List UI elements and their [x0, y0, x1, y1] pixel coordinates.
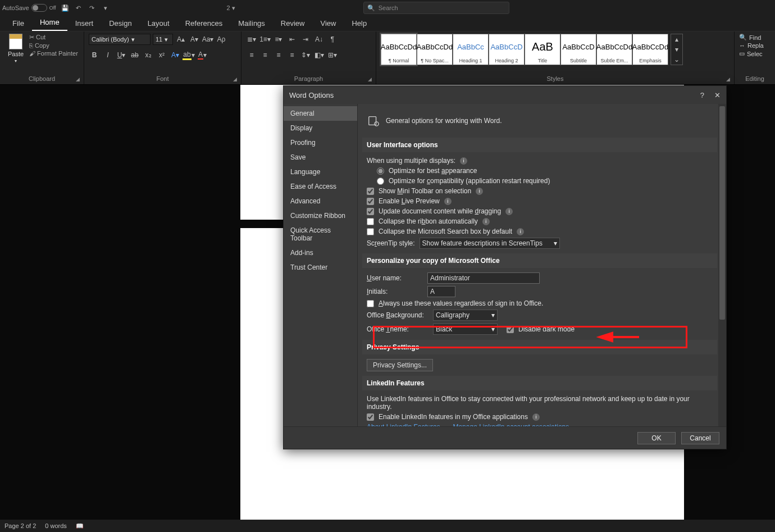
bullets-icon[interactable]: ≣▾	[246, 34, 257, 45]
office-background-dropdown[interactable]: Calligraphy▾	[433, 310, 498, 321]
collapse-search-checkbox[interactable]: Collapse the Microsoft Search box by def…	[367, 228, 713, 235]
underline-icon[interactable]: U▾	[116, 49, 127, 61]
username-input[interactable]	[427, 272, 540, 284]
help-icon[interactable]: ?	[700, 91, 704, 99]
replace-button[interactable]: ↔ Repla	[739, 42, 764, 49]
nav-advanced[interactable]: Advanced	[284, 194, 357, 208]
numbering-icon[interactable]: 1≡▾	[259, 34, 271, 45]
copy-button[interactable]: ⎘ Copy	[29, 42, 78, 49]
optimize-compat-radio[interactable]: Optimize for compatibility (application …	[377, 177, 713, 185]
subscript-icon[interactable]: x₂	[143, 49, 154, 61]
bold-icon[interactable]: B	[89, 49, 100, 61]
info-icon[interactable]: i	[517, 228, 524, 235]
cut-button[interactable]: ✂ Cut	[29, 34, 78, 41]
style-card[interactable]: AaBbCcDd¶ No Spac...	[417, 34, 453, 65]
info-icon[interactable]: i	[505, 208, 513, 215]
info-icon[interactable]: i	[476, 188, 483, 195]
shrink-font-icon[interactable]: A▾	[189, 34, 200, 45]
superscript-icon[interactable]: x²	[156, 49, 167, 61]
styles-launcher-icon[interactable]: ◢	[726, 76, 733, 83]
style-card[interactable]: AaBbCcDd¶ Normal	[381, 34, 417, 65]
align-left-icon[interactable]: ≡	[246, 49, 257, 61]
style-card[interactable]: AaBTitle	[525, 34, 560, 65]
status-page[interactable]: Page 2 of 2	[4, 522, 36, 529]
info-icon[interactable]: i	[482, 218, 490, 225]
redo-icon[interactable]: ↷	[88, 3, 97, 12]
collapse-ribbon-checkbox[interactable]: Collapse the ribbon automatically i	[367, 217, 713, 225]
disable-dark-mode-checkbox[interactable]: Disable dark mode	[507, 325, 575, 333]
undo-icon[interactable]: ↶	[74, 3, 83, 12]
strike-icon[interactable]: ab	[129, 49, 140, 61]
clipboard-launcher-icon[interactable]: ◢	[76, 76, 83, 83]
font-launcher-icon[interactable]: ◢	[233, 76, 240, 83]
nav-customize-ribbon[interactable]: Customize Ribbon	[284, 208, 357, 223]
save-icon[interactable]: 💾	[61, 3, 70, 12]
privacy-settings-button[interactable]: Privacy Settings...	[367, 359, 433, 371]
nav-quick-access[interactable]: Quick Access Toolbar	[284, 223, 357, 245]
align-right-icon[interactable]: ≡	[273, 49, 284, 61]
styles-more-icon[interactable]: ⌄	[671, 54, 682, 65]
optimize-appearance-radio[interactable]: Optimize for best appearance	[377, 167, 713, 175]
tab-design[interactable]: Design	[101, 16, 139, 31]
font-name-dropdown[interactable]: Calibri (Body) ▾	[89, 34, 151, 45]
paragraph-launcher-icon[interactable]: ◢	[368, 76, 375, 83]
nav-language[interactable]: Language	[284, 165, 357, 179]
nav-save[interactable]: Save	[284, 150, 357, 165]
text-effects-icon[interactable]: A▾	[170, 49, 181, 61]
tab-file[interactable]: File	[4, 16, 32, 31]
increase-indent-icon[interactable]: ⇥	[300, 34, 311, 45]
office-theme-dropdown[interactable]: Black▾	[433, 324, 498, 335]
font-size-dropdown[interactable]: 11 ▾	[153, 34, 173, 45]
tab-insert[interactable]: Insert	[67, 16, 102, 31]
line-spacing-icon[interactable]: ⇕▾	[300, 49, 311, 61]
autosave-toggle[interactable]: AutoSave Off	[2, 4, 56, 12]
screentip-dropdown[interactable]: Show feature descriptions in ScreenTips▾	[420, 238, 560, 249]
tab-mailings[interactable]: Mailings	[230, 16, 273, 31]
status-proofing-icon[interactable]: 📖	[76, 522, 84, 530]
tab-help[interactable]: Help	[344, 16, 375, 31]
style-card[interactable]: AaBbCcDdEmphasis	[632, 34, 668, 65]
tab-home[interactable]: Home	[32, 15, 67, 31]
decrease-indent-icon[interactable]: ⇤	[286, 34, 298, 45]
nav-add-ins[interactable]: Add-ins	[284, 245, 357, 260]
format-painter-button[interactable]: 🖌 Format Painter	[29, 50, 78, 57]
shading-icon[interactable]: ◧▾	[313, 49, 325, 61]
clear-formatting-icon[interactable]: Aρ	[216, 34, 227, 45]
tab-review[interactable]: Review	[273, 16, 313, 31]
info-icon[interactable]: i	[460, 157, 467, 165]
qat-dropdown-icon[interactable]: ▾	[101, 3, 110, 12]
align-center-icon[interactable]: ≡	[259, 49, 271, 61]
styles-scroll-down-icon[interactable]: ▾	[671, 44, 682, 54]
show-marks-icon[interactable]: ¶	[327, 34, 338, 45]
tab-references[interactable]: References	[177, 16, 230, 31]
linkedin-about-link[interactable]: About LinkedIn Features	[367, 423, 440, 426]
linkedin-manage-link[interactable]: Manage LinkedIn account associations	[453, 423, 569, 426]
highlight-icon[interactable]: ab▾	[183, 49, 194, 61]
find-button[interactable]: 🔍 Find	[739, 34, 761, 41]
nav-ease-of-access[interactable]: Ease of Access	[284, 179, 357, 194]
dialog-scrollbar[interactable]	[718, 104, 726, 426]
styles-scroll-up-icon[interactable]: ▴	[671, 34, 682, 44]
close-icon[interactable]: ✕	[714, 91, 721, 99]
ok-button[interactable]: OK	[637, 432, 676, 444]
style-card[interactable]: AaBbCcDSubtitle	[560, 34, 596, 65]
styles-gallery[interactable]: AaBbCcDd¶ NormalAaBbCcDd¶ No Spac...AaBb…	[381, 34, 668, 65]
nav-proofing[interactable]: Proofing	[284, 135, 357, 150]
mini-toolbar-checkbox[interactable]: Show Mini Toolbar on selection i	[367, 187, 713, 195]
change-case-icon[interactable]: Aa▾	[202, 34, 213, 45]
initials-input[interactable]	[427, 286, 455, 297]
multilevel-icon[interactable]: ≡▾	[273, 34, 284, 45]
tab-layout[interactable]: Layout	[140, 16, 177, 31]
tab-view[interactable]: View	[312, 16, 344, 31]
live-preview-checkbox[interactable]: Enable Live Preview i	[367, 197, 713, 205]
linkedin-checkbox[interactable]: Enable LinkedIn features in my Office ap…	[367, 413, 713, 421]
info-icon[interactable]: i	[444, 198, 452, 205]
nav-display[interactable]: Display	[284, 121, 357, 135]
font-color-icon[interactable]: A▾	[197, 49, 208, 61]
paste-button[interactable]: Paste ▾	[4, 34, 27, 63]
style-card[interactable]: AaBbCcHeading 1	[453, 34, 489, 65]
select-button[interactable]: ▭ Selec	[739, 50, 763, 57]
search-box[interactable]: 🔍 Search	[363, 2, 509, 14]
status-words[interactable]: 0 words	[45, 522, 67, 529]
nav-trust-center[interactable]: Trust Center	[284, 260, 357, 275]
